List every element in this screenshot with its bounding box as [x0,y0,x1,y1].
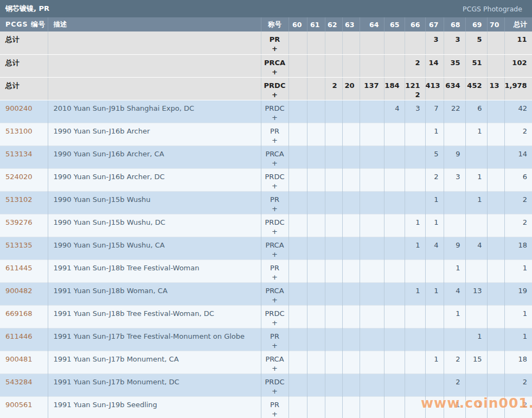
cell-value [444,126,460,136]
pcgs-number-link[interactable]: 513102 [5,195,33,204]
cell-value: 4 [426,240,439,250]
cell-value: 9 [444,149,460,159]
cell-plus-value [466,273,482,282]
pcgs-number-cell: 539276 [0,214,48,237]
grade-count-cell [405,396,425,418]
total-cell: 14 [504,145,532,168]
cell-value: 35 [444,58,460,67]
pcgs-number-link[interactable]: 900240 [5,104,33,112]
cell-plus-value [325,318,337,327]
cell-plus-value [307,136,320,145]
description-cell: 2010 Yuan Sun-J91b Shanghai Expo, DC [48,100,261,123]
cell-plus-value [488,204,499,213]
column-header-68: 68 [444,17,465,31]
cell-plus-value [405,67,420,77]
cell-plus-value [360,90,379,99]
grade-count-cell [487,396,504,418]
cell-value [325,286,337,295]
coin-row: 5432841991 Yuan Sun-J17b Monument, DCPRD… [0,373,532,396]
cell-plus-value [505,364,528,373]
pcgs-number-link[interactable]: 543284 [5,378,33,386]
cell-plus-value [426,44,439,53]
grade-count-cell [465,145,487,168]
pcgs-number-link[interactable]: 611445 [5,264,33,272]
designation-cell: PR+ [261,328,289,351]
pcgs-number-link[interactable]: 900482 [5,287,33,295]
cell-plus-value [325,250,337,259]
pcgs-number-link[interactable]: 513135 [5,241,33,249]
column-header-designation: 称号 [261,17,289,31]
cell-value [307,309,320,318]
cell-plus-value: + [261,409,289,418]
cell-plus-value [488,295,499,305]
cell-plus-value: + [261,318,289,327]
pcgs-number-link[interactable]: 611446 [5,332,33,340]
cell-plus-value [505,44,527,53]
cell-value: 20 [343,81,355,90]
pcgs-number-link[interactable]: 539276 [5,218,33,226]
pcgs-number-link[interactable]: 900481 [5,355,33,363]
grade-count-cell [325,123,342,145]
cell-value [466,377,482,387]
cell-value [325,377,337,387]
cell-value [426,400,439,409]
pcgs-number-link[interactable]: 524020 [5,173,33,181]
grade-count-cell [342,282,360,305]
grade-count-cell: 1 [465,168,487,191]
description-cell [48,31,261,54]
cell-value: 2 [444,354,460,364]
cell-plus-value: + [261,341,289,350]
grade-count-cell [487,305,504,328]
grade-count-cell [405,328,425,351]
cell-plus-value [289,227,302,236]
description-cell: 1990 Yuan Sun-J15b Wushu [48,191,261,214]
cell-value: 5 [466,35,482,44]
description-cell [48,54,261,77]
cell-value [343,35,355,44]
cell-plus-value: + [261,181,289,191]
pcgs-photograde-link[interactable]: PCGS Photograde [463,5,522,13]
cell-value [360,354,379,364]
pcgs-number-link[interactable]: 900561 [5,401,33,409]
total-cell: 102 [504,54,532,77]
cell-plus-value [505,273,528,282]
cell-value [405,400,420,409]
pcgs-number-cell: 669168 [0,305,48,328]
grade-count-cell [325,54,342,77]
pcgs-number-link[interactable]: 669168 [5,309,33,318]
cell-plus-value [505,318,528,327]
grade-count-cell [307,54,325,77]
cell-value [488,309,499,318]
grade-count-cell [425,259,444,282]
grade-count-cell [360,191,384,214]
cell-plus-value [384,67,400,77]
cell-value [384,286,400,295]
grade-count-cell [444,328,465,351]
cell-plus-value [505,159,528,168]
cell-plus-value [466,250,482,259]
grade-count-cell [487,237,504,259]
cell-plus-value [405,159,420,168]
pcgs-number-link[interactable]: 513100 [5,127,33,135]
cell-plus-value [444,90,460,99]
cell-plus-value [505,204,528,213]
grade-count-cell [342,54,360,77]
pcgs-number-cell: 611445 [0,259,48,282]
cell-value [343,126,355,136]
pcgs-number-link[interactable]: 513134 [5,150,33,158]
cell-plus-value [426,318,439,327]
grade-count-cell: 4 [384,100,405,123]
cell-plus-value [444,67,460,77]
column-header-total: 总计 [504,17,532,31]
cell-value [325,332,337,341]
cell-plus-value [505,387,528,396]
grade-count-cell [384,373,405,396]
cell-value [488,126,499,136]
cell-value: 14 [426,58,439,67]
cell-plus-value [444,341,460,350]
cell-plus-value [360,364,379,373]
grade-count-cell [342,396,360,418]
grade-count-cell [289,373,307,396]
cell-value: 2 [505,195,528,204]
cell-value [343,332,355,341]
